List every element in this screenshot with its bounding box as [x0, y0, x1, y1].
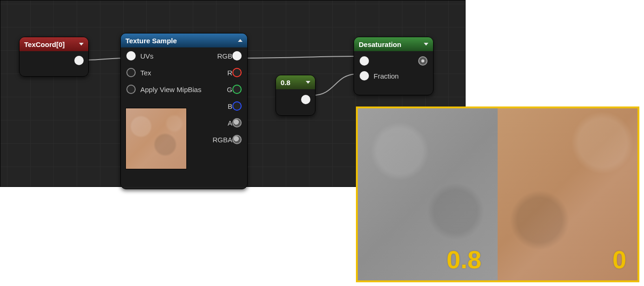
- texture-preview[interactable]: [125, 108, 187, 169]
- pin-label: Fraction: [374, 72, 399, 80]
- desat-top-row: [354, 54, 433, 68]
- chevron-down-icon[interactable]: [424, 43, 428, 46]
- node-title: Texture Sample: [125, 37, 177, 45]
- node-header-desaturation[interactable]: Desaturation: [354, 37, 433, 51]
- output-pin[interactable]: [232, 101, 242, 111]
- result-preview: 0.8 0: [356, 106, 639, 282]
- pin-label: G: [227, 86, 232, 93]
- node-desaturation[interactable]: Desaturation Fraction: [354, 37, 434, 95]
- output-pin[interactable]: [232, 68, 242, 77]
- chevron-down-icon[interactable]: [79, 43, 84, 46]
- output-pin[interactable]: [232, 135, 242, 144]
- overlay-label-left: 0.8: [447, 245, 481, 274]
- pin-label: B: [228, 102, 232, 110]
- node-constant[interactable]: 0.8: [276, 75, 315, 116]
- output-pin[interactable]: [232, 118, 242, 127]
- overlay-label-right: 0: [612, 245, 626, 274]
- pin-label: RGB: [217, 52, 232, 60]
- node-texcoord[interactable]: TexCoord[0]: [19, 37, 89, 77]
- input-pin-color[interactable]: [360, 56, 369, 66]
- pin-label: RGBA: [212, 136, 232, 144]
- output-pin[interactable]: [301, 95, 310, 104]
- node-header-texcoord[interactable]: TexCoord[0]: [20, 37, 88, 51]
- output-rgb[interactable]: RGB: [121, 47, 247, 64]
- input-pin[interactable]: [360, 71, 369, 80]
- node-texture-sample[interactable]: Texture Sample UVs Tex Apply View MipB: [120, 33, 248, 189]
- output-pin[interactable]: [74, 56, 84, 65]
- node-title: TexCoord[0]: [24, 40, 65, 48]
- output-pin[interactable]: [232, 85, 242, 94]
- node-body: Fraction: [354, 51, 433, 95]
- chevron-up-icon[interactable]: [238, 39, 243, 42]
- node-title: Desaturation: [359, 40, 401, 48]
- output-r[interactable]: R: [121, 64, 247, 81]
- output-g[interactable]: G: [121, 81, 247, 98]
- node-header-constant[interactable]: 0.8: [276, 75, 315, 89]
- node-body: [276, 89, 315, 115]
- node-title: 0.8: [281, 79, 290, 86]
- pin-label: A: [228, 119, 232, 127]
- node-header-texture-sample[interactable]: Texture Sample: [121, 33, 247, 47]
- chevron-down-icon[interactable]: [306, 81, 310, 84]
- input-fraction[interactable]: Fraction: [354, 68, 433, 84]
- node-body: [20, 51, 88, 76]
- output-pin[interactable]: [418, 56, 427, 66]
- output-pin[interactable]: [232, 51, 242, 60]
- pin-label: R: [227, 69, 232, 77]
- stage: TexCoord[0] Texture Sample UVs: [0, 0, 644, 286]
- node-body: UVs Tex Apply View MipBias RGB: [121, 47, 247, 189]
